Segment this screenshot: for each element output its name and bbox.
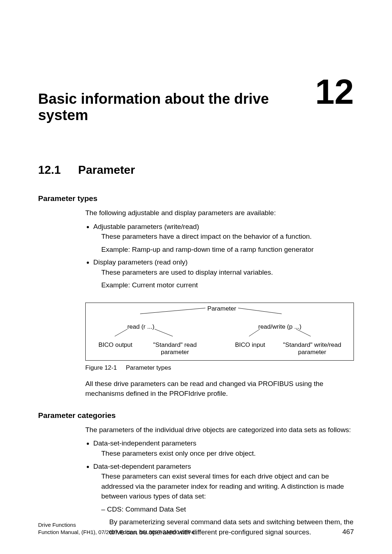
page: Basic information about the drive system…: [0, 0, 392, 554]
dash-label: CDS: Command Data Set: [107, 505, 186, 513]
bullet-title: Adjustable parameters (write/read): [93, 223, 199, 230]
list-item: Adjustable parameters (write/read) These…: [93, 222, 354, 255]
parameter-types-heading: Parameter types: [38, 194, 354, 203]
svg-line-3: [155, 329, 173, 336]
bullet-line: Example: Current motor current: [101, 280, 354, 290]
bullet-title: Display parameters (read only): [93, 258, 188, 266]
diagram-node-bico-output: BICO output: [97, 341, 134, 349]
bullet-line: These parameters exist only once per dri…: [101, 448, 354, 459]
parameter-types-block: Parameter types The following adjustable…: [38, 194, 354, 290]
parameter-tree-diagram: Parameter read (r ...) read/write (p ...…: [85, 303, 354, 361]
diagram-node-parameter: Parameter: [205, 305, 238, 312]
bullet-line: These parameters have a direct impact on…: [101, 231, 354, 242]
parameter-categories-heading: Parameter categories: [38, 411, 354, 420]
dash-list: CDS: Command Data Set: [93, 504, 354, 514]
page-number: 467: [342, 528, 354, 536]
diagram-node-read: read (r ...): [126, 323, 155, 331]
figure-caption-text: Parameter types: [126, 364, 171, 371]
list-item: Display parameters (read only) These par…: [93, 257, 354, 290]
bullet-line: Example: Ramp-up and ramp-down time of a…: [101, 245, 354, 255]
diagram-node-bico-input: BICO input: [234, 341, 266, 349]
diagram-node-standard-write-read: "Standard" write/read parameter: [276, 341, 348, 356]
section-number: 12.1: [38, 163, 61, 177]
bullet-line: These parameters can exist several times…: [101, 471, 354, 501]
after-figure-paragraph: All these drive parameters can be read a…: [85, 379, 354, 399]
section-title: Parameter: [78, 163, 135, 177]
bullet-title: Data-set-independent parameters: [93, 439, 196, 447]
svg-line-0: [140, 308, 205, 314]
bullet-line: These parameters are used to display int…: [101, 267, 354, 278]
parameter-tree-figure: Parameter read (r ...) read/write (p ...…: [85, 303, 354, 361]
footer-doc-title: Drive Functions: [38, 521, 194, 529]
chapter-title: Basic information about the drive system: [38, 91, 315, 123]
diagram-node-readwrite: read/write (p ...): [256, 323, 303, 331]
svg-line-1: [238, 308, 282, 314]
bullet-title: Data-set-dependent parameters: [93, 463, 191, 470]
footer-left: Drive Functions Function Manual, (FH1), …: [38, 521, 194, 536]
list-item: Data-set-independent parameters These pa…: [93, 438, 354, 458]
figure-number: Figure 12-1: [85, 364, 117, 372]
svg-line-2: [115, 329, 127, 336]
chapter-header: Basic information about the drive system…: [38, 76, 354, 123]
section-header: 12.1 Parameter: [38, 163, 354, 177]
parameter-types-intro: The following adjustable and display par…: [85, 208, 354, 218]
page-footer: Drive Functions Function Manual, (FH1), …: [38, 521, 354, 536]
parameter-categories-intro: The parameters of the individual drive o…: [85, 425, 354, 435]
footer-doc-edition: Function Manual, (FH1), 07/2007 Edition,…: [38, 529, 194, 536]
dash-item: CDS: Command Data Set: [101, 504, 354, 514]
parameter-types-list: Adjustable parameters (write/read) These…: [85, 222, 354, 290]
figure-caption: Figure 12-1 Parameter types: [85, 364, 354, 372]
diagram-node-standard-read: "Standard" read parameter: [150, 341, 200, 356]
parameter-categories-block: Parameter categories The parameters of t…: [38, 411, 354, 537]
chapter-number: 12: [315, 76, 354, 107]
